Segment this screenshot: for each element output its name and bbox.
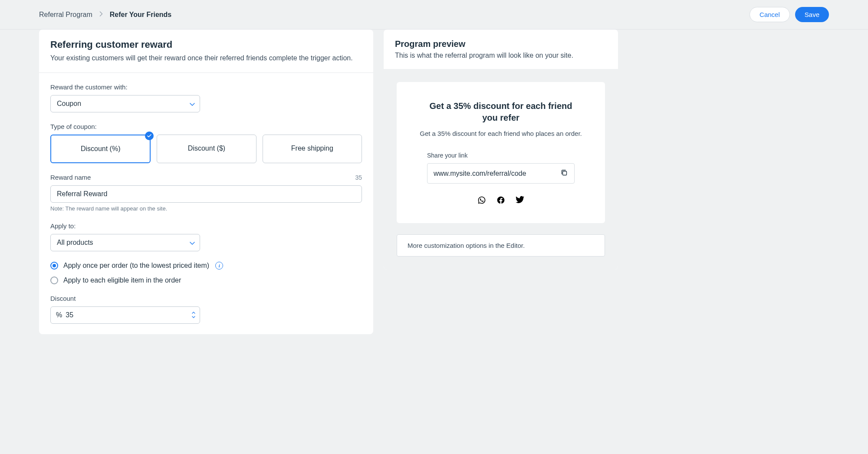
preview-subtitle: This is what the referral program will l… <box>395 52 607 59</box>
coupon-type-amount[interactable]: Discount ($) <box>157 135 256 163</box>
discount-value-field[interactable] <box>66 307 187 323</box>
page-header: Referral Program Refer Your Friends Canc… <box>0 0 868 30</box>
svg-rect-0 <box>563 171 567 175</box>
stepper-up-icon[interactable] <box>192 311 195 315</box>
radio-apply-once[interactable]: Apply once per order (to the lowest pric… <box>50 262 362 270</box>
reward-name-counter: 35 <box>355 174 362 181</box>
editor-customization-note: More customization options in the Editor… <box>397 234 605 257</box>
discount-label: Discount <box>50 295 362 302</box>
radio-label: Apply once per order (to the lowest pric… <box>63 262 209 270</box>
coupon-type-tiles: Discount (%) Discount ($) Free shipping <box>50 135 362 163</box>
facebook-icon[interactable] <box>496 196 505 206</box>
coupon-type-label: Type of coupon: <box>50 123 362 130</box>
apply-to-select[interactable]: All products <box>50 234 200 251</box>
social-share-row <box>427 196 575 206</box>
reward-with-label: Reward the customer with: <box>50 83 362 91</box>
discount-input[interactable]: % <box>50 306 200 324</box>
radio-icon-unselected <box>50 276 58 284</box>
header-actions: Cancel Save <box>750 7 829 22</box>
save-button[interactable]: Save <box>795 7 829 22</box>
info-icon[interactable]: i <box>215 262 223 270</box>
share-link-box: www.mysite.com/referral/code <box>427 163 575 184</box>
check-icon <box>145 132 154 140</box>
referring-reward-card: Referring customer reward Your existing … <box>39 30 373 334</box>
share-link-text: www.mysite.com/referral/code <box>434 170 526 178</box>
radio-label: Apply to each eligible item in the order <box>63 276 181 284</box>
discount-prefix: % <box>51 307 66 323</box>
reward-with-value[interactable]: Coupon <box>50 95 200 112</box>
radio-apply-each[interactable]: Apply to each eligible item in the order <box>50 276 362 284</box>
apply-scope-radio-group: Apply once per order (to the lowest pric… <box>50 262 362 284</box>
breadcrumb-parent[interactable]: Referral Program <box>39 11 92 19</box>
radio-icon-selected <box>50 262 58 270</box>
reward-name-note: Note: The reward name will appear on the… <box>50 205 362 212</box>
preview-title: Program preview <box>395 39 607 49</box>
breadcrumb-current: Refer Your Friends <box>110 11 172 19</box>
reward-with-select[interactable]: Coupon <box>50 95 200 112</box>
breadcrumb: Referral Program Refer Your Friends <box>39 11 171 19</box>
cancel-button[interactable]: Cancel <box>750 7 790 22</box>
tile-label: Discount ($) <box>188 145 225 152</box>
reward-name-label: Reward name <box>50 174 91 181</box>
preview-header: Program preview This is what the referra… <box>384 30 618 69</box>
reward-name-input[interactable] <box>50 185 362 203</box>
twitter-icon[interactable] <box>516 196 524 206</box>
form-title: Referring customer reward <box>50 39 362 50</box>
copy-icon[interactable] <box>560 169 568 178</box>
share-label: Share your link <box>427 152 575 159</box>
preview-card: Get a 35% discount for each friend you r… <box>397 82 605 223</box>
form-subtitle: Your existing customers will get their r… <box>50 53 362 63</box>
form-body: Reward the customer with: Coupon Type of… <box>39 73 373 334</box>
form-header: Referring customer reward Your existing … <box>39 30 373 73</box>
coupon-type-percent[interactable]: Discount (%) <box>50 135 151 163</box>
chevron-right-icon <box>99 11 103 18</box>
apply-to-value[interactable]: All products <box>50 234 200 251</box>
stepper-down-icon[interactable] <box>192 316 195 319</box>
tile-label: Discount (%) <box>81 145 121 152</box>
tile-label: Free shipping <box>291 145 333 152</box>
number-stepper[interactable] <box>187 311 200 319</box>
share-block: Share your link www.mysite.com/referral/… <box>427 152 575 206</box>
whatsapp-icon[interactable] <box>477 196 486 206</box>
program-preview-panel: Program preview This is what the referra… <box>384 30 618 270</box>
preview-card-title: Get a 35% discount for each friend you r… <box>423 100 579 124</box>
preview-card-subtitle: Get a 35% discount for each friend who p… <box>408 130 594 137</box>
apply-to-label: Apply to: <box>50 222 362 230</box>
coupon-type-shipping[interactable]: Free shipping <box>263 135 362 163</box>
preview-body: Get a 35% discount for each friend you r… <box>384 69 618 270</box>
